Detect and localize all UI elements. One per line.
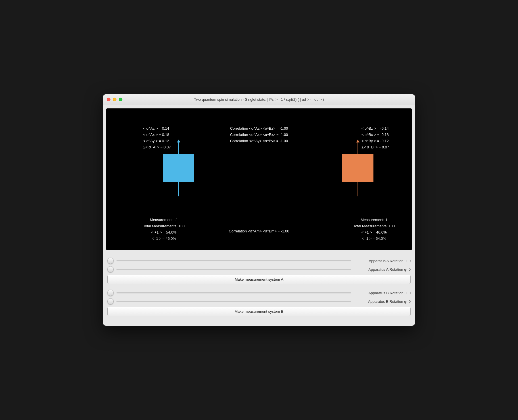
- apparatus-b-arrow-down: [358, 182, 358, 196]
- canvas-content: < σ^Az > = 0.14 < σ^Ax > = 0.18 < σ^Ay >…: [106, 108, 412, 250]
- corr-am-bm: Correlation <σ^Am> <σ^Bm> = -1.00: [229, 229, 289, 233]
- a-sigma-az: < σ^Az > = 0.14: [143, 125, 171, 132]
- controls-panel: Apparatus A Rotation θ: 0 Apparatus A Ro…: [103, 254, 415, 326]
- maximize-button[interactable]: [119, 98, 122, 101]
- apparatus-b-phi-track[interactable]: [116, 301, 351, 302]
- apparatus-a-phi-track[interactable]: [116, 269, 351, 270]
- apparatus-a-axis-right: [194, 168, 211, 168]
- apparatus-b-phi-label: Apparatus B Rotation φ: 0: [354, 299, 411, 304]
- b-sigma-by: < σ^By > = -0.12: [362, 138, 389, 144]
- a-sigma-ax: < σ^Ax > = 0.18: [143, 132, 171, 138]
- apparatus-a-theta-label: Apparatus A Rotation θ: 0: [354, 259, 411, 263]
- apparatus-a-arrow-down: [178, 182, 179, 196]
- apparatus-b-container: [342, 154, 373, 182]
- titlebar: Two quantum spin simulation - Singlet st…: [103, 94, 415, 105]
- b-sigma-bx: < σ^Bx > = -0.18: [362, 132, 389, 138]
- apparatus-a-phi-thumb[interactable]: [107, 266, 114, 272]
- b-plus1: < +1 > = 46.0%: [353, 229, 395, 236]
- b-measurement: Measurement: 1: [353, 217, 395, 223]
- correlations-top: Correlation <σ^Az> <σ^Bz> = -1.00 Correl…: [230, 125, 288, 144]
- apparatus-b-phi-row: Apparatus B Rotation φ: 0: [107, 298, 411, 304]
- apparatus-a-phi-label: Apparatus A Rotation φ: 0: [354, 267, 411, 272]
- close-button[interactable]: [107, 98, 110, 101]
- apparatus-a-container: [163, 154, 194, 182]
- correlation-measurement: Correlation <σ^Am> <σ^Bm> = -1.00: [229, 229, 289, 233]
- corr-ay-by: Correlation <σ^Ay> <σ^By> = -1.00: [230, 138, 288, 144]
- a-sigma-ay: < σ^Ay > = 0.12: [143, 138, 171, 144]
- apparatus-b-theta-track[interactable]: [116, 292, 351, 293]
- apparatus-a-axis-left: [146, 168, 163, 168]
- apparatus-a-theta-track[interactable]: [116, 260, 351, 261]
- apparatus-b-theta-thumb[interactable]: [107, 290, 114, 296]
- window-title: Two quantum spin simulation - Singlet st…: [194, 97, 324, 102]
- a-total: Total Measurements: 100: [143, 223, 185, 229]
- apparatus-a-theta-thumb[interactable]: [107, 258, 114, 264]
- a-measurement: Measurement: -1: [143, 217, 185, 223]
- measure-b-button[interactable]: Make measurement system B: [107, 307, 411, 316]
- apparatus-b-phi-thumb[interactable]: [107, 298, 114, 304]
- b-minus1: < -1 > = 54.0%: [353, 236, 395, 242]
- apparatus-a-box: [163, 154, 194, 182]
- corr-ax-bx: Correlation <σ^Ax> <σ^Bx> = -1.00: [230, 132, 288, 138]
- main-window: Two quantum spin simulation - Singlet st…: [103, 94, 415, 326]
- apparatus-b-box: [342, 154, 373, 182]
- simulation-canvas: < σ^Az > = 0.14 < σ^Ax > = 0.18 < σ^Ay >…: [106, 108, 412, 250]
- apparatus-b-stats: < σ^Bz > = -0.14 < σ^Bx > = -0.18 < σ^By…: [362, 125, 389, 150]
- apparatus-a-theta-row: Apparatus A Rotation θ: 0: [107, 258, 411, 264]
- a-sigma-sum: Σ< σ_Ai > = 0.07: [143, 144, 171, 150]
- apparatus-b-theta-label: Apparatus B Rotation θ: 0: [354, 291, 411, 295]
- b-sigma-bz: < σ^Bz > = -0.14: [362, 125, 389, 132]
- a-minus1: < -1 > = 46.0%: [143, 236, 185, 242]
- measure-a-button[interactable]: Make measurement system A: [107, 275, 411, 284]
- apparatus-b-measurement: Measurement: 1 Total Measurements: 100 <…: [353, 217, 395, 242]
- a-plus1: < +1 > = 54.0%: [143, 229, 185, 236]
- apparatus-a-stats: < σ^Az > = 0.14 < σ^Ax > = 0.18 < σ^Ay >…: [143, 125, 171, 150]
- apparatus-b-arrow-up: [358, 140, 358, 154]
- apparatus-a-measurement: Measurement: -1 Total Measurements: 100 …: [143, 217, 185, 242]
- corr-az-bz: Correlation <σ^Az> <σ^Bz> = -1.00: [230, 125, 288, 132]
- apparatus-a-arrow-up: [178, 140, 179, 154]
- apparatus-a-phi-row: Apparatus A Rotation φ: 0: [107, 266, 411, 272]
- b-total: Total Measurements: 100: [353, 223, 395, 229]
- apparatus-b-theta-row: Apparatus B Rotation θ: 0: [107, 290, 411, 296]
- apparatus-b-axis-right: [373, 168, 390, 168]
- b-sigma-sum: Σ< σ_Bi > = 0.07: [362, 144, 389, 150]
- apparatus-b-axis-left: [325, 168, 342, 168]
- minimize-button[interactable]: [113, 98, 116, 101]
- traffic-lights: [107, 98, 122, 101]
